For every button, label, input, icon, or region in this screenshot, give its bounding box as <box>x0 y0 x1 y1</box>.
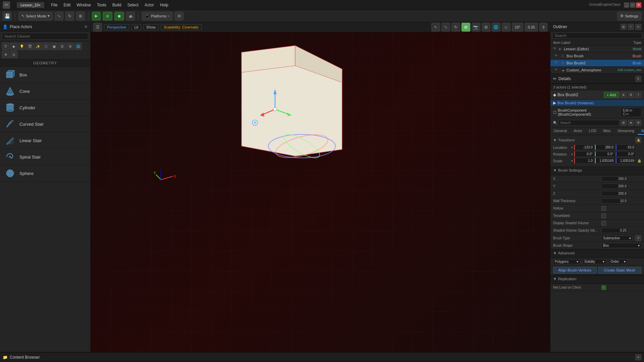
eye-icon-lesson[interactable]: 👁 <box>553 47 558 51</box>
tab-all[interactable]: All <box>638 127 644 135</box>
perspective-btn[interactable]: Perspective <box>104 24 129 30</box>
transform-lock-btn[interactable]: 🔒 <box>635 137 641 143</box>
play-button[interactable]: ▶ <box>92 12 101 20</box>
geometry-cylinder[interactable]: Cylinder <box>0 100 90 116</box>
display-shaded-checkbox[interactable] <box>601 221 606 226</box>
transform-section-title[interactable]: ▼ Transform 🔒 <box>553 137 641 143</box>
menu-edit[interactable]: Edit <box>61 2 73 8</box>
recently-placed-btn[interactable]: ⏱ <box>2 43 9 50</box>
shapes-btn[interactable]: ◆ <box>10 43 17 50</box>
geometry-box[interactable]: Box <box>0 67 90 83</box>
brush-z-input[interactable] <box>601 191 628 196</box>
search-component-btn[interactable]: ⊕ <box>621 92 627 98</box>
location-x-input[interactable] <box>574 144 594 150</box>
minimize-button[interactable]: _ <box>624 2 629 8</box>
shaded-opacity-input[interactable] <box>601 228 628 233</box>
details-search-input[interactable] <box>558 120 619 126</box>
transform-rotate-btn[interactable]: ↻ <box>65 12 74 20</box>
select-mode-button[interactable]: ↖ Select Mode ▾ <box>18 12 53 20</box>
cb-close-btn[interactable]: ✕ <box>635 354 641 360</box>
scalability-btn[interactable]: Scalability: Cinematic <box>161 24 202 30</box>
vp-scale-tool[interactable]: ⊞ <box>462 23 470 32</box>
filter-component-btn[interactable]: ⚙ <box>628 92 634 98</box>
pause-button[interactable]: ⏸ <box>103 12 112 20</box>
brush-settings-title[interactable]: ▼ Brush Settings <box>553 168 641 172</box>
replication-title[interactable]: ▼ Replication <box>553 277 641 281</box>
show-btn[interactable]: Show <box>143 24 159 30</box>
lit-btn[interactable]: Lit <box>131 24 141 30</box>
cinematic-btn[interactable]: 🎬 <box>26 43 34 50</box>
menu-select[interactable]: Select <box>125 2 141 8</box>
vp-rotate-tool[interactable]: ↻ <box>451 23 460 32</box>
brush-component-item[interactable]: ⬡ BrushComponent (BrushComponent0) Edit … <box>550 107 644 118</box>
lights-btn[interactable]: 💡 <box>18 43 25 50</box>
add-component-btn[interactable]: + Add <box>604 92 619 98</box>
edit-cpp-btn[interactable]: Edit in C++ <box>621 108 641 117</box>
tab-streaming[interactable]: Streaming <box>614 127 638 135</box>
vp-world-btn[interactable]: 🌐 <box>492 23 500 32</box>
tab-general[interactable]: General <box>550 127 570 135</box>
outliner-close-btn[interactable]: ✕ <box>635 24 641 30</box>
vp-snap-value2[interactable]: 0.25 <box>525 23 538 32</box>
stop-button[interactable]: ⏹ <box>114 12 124 20</box>
outliner-item-boxbrush[interactable]: 👁 ⬡ Box Brush Brush <box>550 53 644 60</box>
create-static-mesh-btn[interactable]: Create Static Mesh <box>598 267 642 274</box>
lesson-tab[interactable]: Lesson_10+ <box>17 2 44 8</box>
details-settings-btn[interactable]: ⚙ <box>635 120 641 126</box>
close-button[interactable]: ✕ <box>636 2 641 8</box>
brush-x-input[interactable] <box>601 176 628 181</box>
extra3-btn[interactable]: ⊕ <box>2 51 9 58</box>
net-load-checkbox[interactable]: ✓ <box>601 285 606 290</box>
outliner-item-boxbrush2[interactable]: 👁 ⬡ Box Brush2 Brush <box>550 60 644 67</box>
geometry-curved-stair[interactable]: Curved Stair <box>0 116 90 132</box>
scale-dropdown[interactable]: ▾ <box>571 159 573 163</box>
vp-translate-tool[interactable]: ⤡ <box>441 23 450 32</box>
menu-tools[interactable]: Tools <box>94 2 109 8</box>
all-classes-btn[interactable]: ☰ <box>58 43 66 50</box>
outliner-search-input[interactable] <box>552 33 642 39</box>
tessellated-checkbox[interactable] <box>601 214 606 218</box>
transform-scale-btn[interactable]: ⊞ <box>76 12 85 20</box>
viewport[interactable]: X Y <box>91 32 550 352</box>
rotation-dropdown[interactable]: ▾ <box>571 153 573 156</box>
volumes-btn[interactable]: ▣ <box>50 43 58 50</box>
rotation-z-input[interactable] <box>616 151 636 157</box>
tab-lod[interactable]: LOD <box>586 127 600 135</box>
outliner-item-lesson[interactable]: 👁 ▶ Lesson (Editor) World <box>550 46 644 53</box>
place-actors-search-input[interactable] <box>2 33 88 40</box>
eye-icon-boxbrush[interactable]: 👁 <box>554 54 559 58</box>
vp-surface-btn[interactable]: ◇ <box>502 23 511 32</box>
transform-move-btn[interactable]: ⤡ <box>55 12 63 20</box>
extra2-btn[interactable]: 🌐 <box>74 43 82 50</box>
scale-y-input[interactable] <box>595 158 615 164</box>
scale-z-input[interactable] <box>616 158 636 164</box>
hollow-checkbox[interactable] <box>601 206 606 211</box>
eye-icon-atmosphere[interactable]: 👁 <box>554 68 559 72</box>
location-z-input[interactable] <box>616 144 636 150</box>
details-star-btn[interactable]: ★ <box>628 120 634 126</box>
order-dropdown[interactable]: Order▾ <box>609 259 627 264</box>
polygons-dropdown[interactable]: Polygons▾ <box>553 259 580 264</box>
vp-grid-btn[interactable]: ⊞ <box>482 23 490 32</box>
geometry-linear-stair[interactable]: Linear Stair <box>0 132 90 149</box>
vp-snap-value[interactable]: 10° <box>512 23 524 32</box>
place-actors-close[interactable]: ✕ <box>84 24 88 29</box>
geometry-btn[interactable]: ⬡ <box>42 43 50 50</box>
geometry-cone[interactable]: Cone <box>0 83 90 100</box>
geometry-sphere[interactable]: Sphere <box>0 165 90 182</box>
tab-actor[interactable]: Actor <box>570 127 586 135</box>
details-close-btn[interactable]: ✕ <box>635 76 641 82</box>
outliner-item-atmosphere[interactable]: 👁 ☁ Custom_Atmosphere Edit Custom_Atm <box>550 67 644 74</box>
menu-file[interactable]: File <box>48 2 60 8</box>
brush-y-input[interactable] <box>601 184 628 189</box>
details-grid-view-btn[interactable]: ⊞ <box>621 120 627 126</box>
location-y-input[interactable] <box>595 144 615 150</box>
menu-build[interactable]: Build <box>110 2 124 8</box>
scale-x-input[interactable] <box>574 158 594 164</box>
wall-thickness-input[interactable] <box>601 198 628 203</box>
extra1-btn[interactable]: ⚙ <box>66 43 74 50</box>
platforms-button[interactable]: 📱 Platforms ~ <box>142 12 173 20</box>
eject-btn[interactable]: ⏏ <box>126 12 135 20</box>
viewport-menu-btn[interactable]: ☰ <box>93 23 102 32</box>
advanced-section-title[interactable]: ▼ Advanced <box>553 251 641 255</box>
